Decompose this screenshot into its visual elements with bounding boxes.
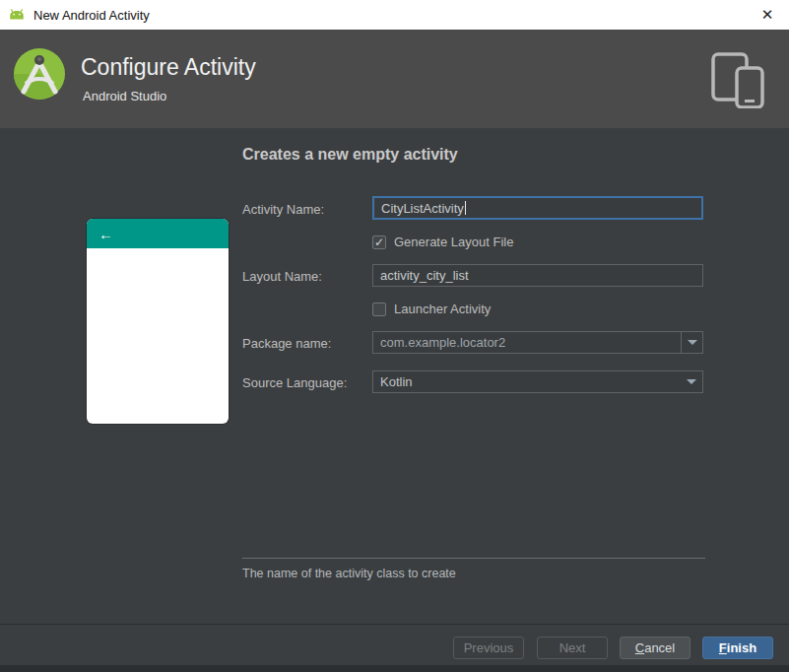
button-bar: Previous Next Cancel Finish bbox=[0, 625, 789, 665]
package-name-combobox[interactable]: com.example.locator2 bbox=[372, 331, 703, 354]
window-title: New Android Activity bbox=[33, 8, 150, 23]
back-arrow-icon: ← bbox=[99, 226, 113, 242]
generate-layout-row: ✓ Generate Layout File bbox=[372, 235, 513, 249]
check-icon: ✓ bbox=[374, 236, 384, 248]
title-bar: New Android Activity ✕ bbox=[0, 0, 789, 30]
finish-button[interactable]: Finish bbox=[702, 637, 773, 659]
phone-tablet-icon bbox=[710, 51, 767, 108]
chevron-down-icon bbox=[688, 340, 697, 345]
text-caret bbox=[465, 201, 466, 215]
activity-name-label: Activity Name: bbox=[242, 202, 324, 217]
android-head-icon bbox=[8, 8, 26, 22]
layout-name-label: Layout Name: bbox=[242, 269, 322, 284]
new-android-activity-dialog: New Android Activity ✕ Configure Activit… bbox=[0, 0, 789, 672]
package-name-label: Package name: bbox=[242, 336, 331, 351]
section-heading: Creates a new empty activity bbox=[242, 146, 458, 164]
launcher-activity-checkbox[interactable] bbox=[372, 302, 386, 316]
source-language-dropdown[interactable]: Kotlin bbox=[372, 370, 703, 393]
source-language-value: Kotlin bbox=[373, 374, 681, 389]
layout-name-input[interactable]: activity_city_list bbox=[372, 264, 703, 287]
android-studio-logo-icon bbox=[12, 46, 67, 101]
field-hint: The name of the activity class to create bbox=[242, 567, 456, 580]
launcher-activity-label[interactable]: Launcher Activity bbox=[394, 302, 491, 316]
hint-divider bbox=[242, 558, 705, 559]
wizard-header: Configure Activity Android Studio bbox=[0, 30, 789, 128]
preview-appbar: ← bbox=[87, 219, 229, 248]
previous-button[interactable]: Previous bbox=[453, 637, 524, 659]
source-language-dropdown-button[interactable] bbox=[681, 371, 702, 392]
layout-name-value: activity_city_list bbox=[380, 268, 469, 283]
cancel-button[interactable]: Cancel bbox=[620, 637, 690, 659]
wizard-title: Configure Activity bbox=[81, 54, 256, 81]
close-icon[interactable]: ✕ bbox=[746, 0, 789, 30]
window-bottom-edge bbox=[0, 665, 789, 672]
package-name-value: com.example.locator2 bbox=[373, 335, 681, 350]
chevron-down-icon bbox=[687, 379, 696, 384]
generate-layout-checkbox[interactable]: ✓ bbox=[372, 235, 386, 249]
package-name-dropdown-button[interactable] bbox=[681, 332, 702, 353]
main-panel: Creates a new empty activity ← Activity … bbox=[0, 128, 789, 624]
activity-name-value: CityListActivity bbox=[381, 201, 464, 216]
source-language-label: Source Language: bbox=[242, 375, 347, 390]
activity-preview: ← bbox=[87, 219, 229, 424]
launcher-activity-row: Launcher Activity bbox=[372, 302, 491, 316]
activity-name-input[interactable]: CityListActivity bbox=[372, 196, 703, 220]
next-button[interactable]: Next bbox=[537, 637, 608, 659]
wizard-subtitle: Android Studio bbox=[83, 89, 166, 103]
generate-layout-label[interactable]: Generate Layout File bbox=[394, 235, 513, 249]
